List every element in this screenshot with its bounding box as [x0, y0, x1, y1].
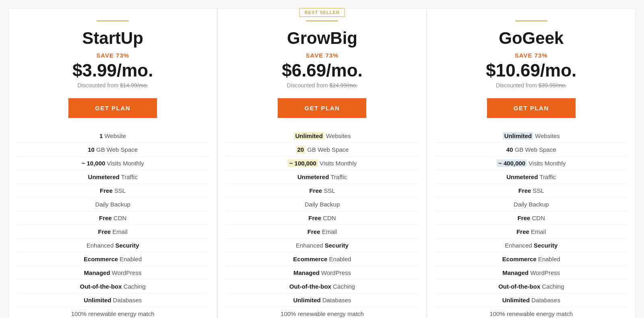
save-label-gogeek: SAVE 73% — [515, 52, 548, 59]
feature-item: Ecommerce Enabled — [17, 252, 209, 266]
feature-item: Unmetered Traffic — [226, 170, 418, 184]
feature-item: Free CDN — [226, 211, 418, 225]
feature-item: ~ 10,000 Visits Monthly — [17, 157, 209, 170]
plan-name-startup: StartUp — [82, 29, 143, 48]
plan-name-growbig: GrowBig — [287, 29, 357, 48]
feature-item: 10 GB Web Space — [17, 143, 209, 157]
feature-item: 100% renewable energy match — [17, 307, 209, 318]
feature-item: Free Email — [17, 225, 209, 239]
save-label-startup: SAVE 73% — [96, 52, 129, 59]
feature-item: Managed WordPress — [226, 266, 418, 280]
feature-item: Enhanced Security — [226, 239, 418, 252]
feature-item: Unlimited Databases — [17, 293, 209, 307]
accent-line — [306, 21, 338, 21]
feature-item: Free Email — [226, 225, 418, 239]
get-plan-button-startup[interactable]: GET PLAN — [68, 98, 157, 118]
features-list-growbig: Unlimited Websites20 GB Web Space~ 100,0… — [226, 129, 418, 318]
feature-item: Ecommerce Enabled — [226, 252, 418, 266]
original-price-startup: Discounted from $14.99/mo. — [77, 82, 148, 89]
feature-item: Out-of-the-box Caching — [17, 280, 209, 293]
feature-item: Ecommerce Enabled — [435, 252, 627, 266]
price-gogeek: $10.69/mo. — [486, 60, 576, 81]
feature-item: Daily Backup — [435, 198, 627, 211]
feature-item: Free SSL — [435, 184, 627, 198]
feature-item: Out-of-the-box Caching — [226, 280, 418, 293]
feature-item: 1 Website — [17, 129, 209, 143]
accent-line — [97, 21, 129, 21]
feature-item: Free Email — [435, 225, 627, 239]
feature-item: Unlimited Databases — [226, 293, 418, 307]
feature-item: Enhanced Security — [435, 239, 627, 252]
feature-item: Free CDN — [435, 211, 627, 225]
feature-item: Daily Backup — [226, 198, 418, 211]
plan-name-gogeek: GoGeek — [499, 29, 564, 48]
get-plan-button-growbig[interactable]: GET PLAN — [278, 98, 366, 118]
feature-item: 20 GB Web Space — [226, 143, 418, 157]
feature-item: Unlimited Websites — [226, 129, 418, 143]
price-growbig: $6.69/mo. — [282, 60, 363, 81]
price-startup: $3.99/mo. — [72, 60, 153, 81]
feature-item: 100% renewable energy match — [226, 307, 418, 318]
feature-item: Free CDN — [17, 211, 209, 225]
feature-item: Daily Backup — [17, 198, 209, 211]
plan-card-startup: StartUpSAVE 73%$3.99/mo.Discounted from … — [8, 8, 217, 318]
feature-item: 100% renewable energy match — [435, 307, 627, 318]
feature-item: ~ 100,000 Visits Monthly — [226, 157, 418, 170]
feature-item: Free SSL — [226, 184, 418, 198]
save-label-growbig: SAVE 73% — [306, 52, 339, 59]
plan-card-growbig: BEST SELLERGrowBigSAVE 73%$6.69/mo.Disco… — [217, 8, 427, 318]
feature-item: Unlimited Databases — [435, 293, 627, 307]
feature-item: Unlimited Websites — [435, 129, 627, 143]
original-price-growbig: Discounted from $24.99/mo. — [287, 82, 358, 89]
feature-item: Managed WordPress — [435, 266, 627, 280]
feature-item: 40 GB Web Space — [435, 143, 627, 157]
feature-item: Unmetered Traffic — [435, 170, 627, 184]
original-price-gogeek: Discounted from $39.99/mo. — [496, 82, 567, 89]
features-list-startup: 1 Website10 GB Web Space~ 10,000 Visits … — [17, 129, 209, 318]
best-seller-badge: BEST SELLER — [299, 8, 345, 17]
feature-item: Unmetered Traffic — [17, 170, 209, 184]
feature-item: ~ 400,000 Visits Monthly — [435, 157, 627, 170]
feature-item: Enhanced Security — [17, 239, 209, 252]
pricing-container: StartUpSAVE 73%$3.99/mo.Discounted from … — [8, 8, 636, 318]
feature-item: Managed WordPress — [17, 266, 209, 280]
feature-item: Out-of-the-box Caching — [435, 280, 627, 293]
feature-item: Free SSL — [17, 184, 209, 198]
accent-line — [515, 21, 547, 21]
get-plan-button-gogeek[interactable]: GET PLAN — [487, 98, 576, 118]
plan-card-gogeek: GoGeekSAVE 73%$10.69/mo.Discounted from … — [427, 8, 636, 318]
features-list-gogeek: Unlimited Websites40 GB Web Space~ 400,0… — [435, 129, 627, 318]
